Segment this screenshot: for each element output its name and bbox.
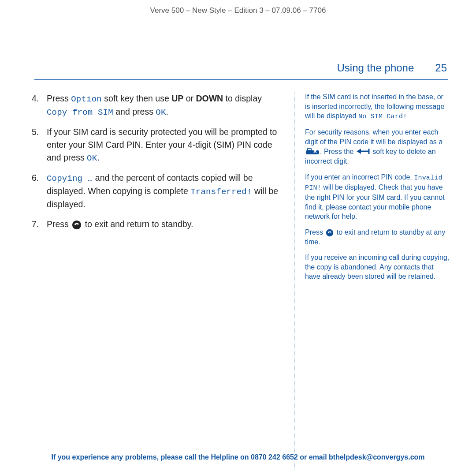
note-exit-standby: Press to exit and return to standby at a… — [305, 228, 450, 247]
key-up: UP — [171, 93, 183, 103]
step-number: 6. — [32, 172, 42, 211]
key-down: DOWN — [196, 93, 223, 103]
step-text: Press Option soft key then use UP or DOW… — [47, 92, 283, 119]
content-area: 4. Press Option soft key then use UP or … — [0, 80, 476, 471]
column-spacer — [305, 288, 450, 471]
code-transferred: Transferred! — [190, 187, 252, 197]
hangup-icon — [326, 229, 334, 237]
code-no-sim: No SIM Card! — [358, 113, 407, 120]
doc-title: Verve 500 – New Style – Edition 3 – 07.0… — [150, 6, 326, 15]
note-pin-mask: For security reasons, when you enter eac… — [305, 127, 450, 166]
code-copy-from-sim: Copy from SIM — [47, 108, 113, 117]
lock-mask-icon — [306, 147, 319, 157]
step-text: Press to exit and return to standby. — [47, 218, 193, 231]
footer-text: If you experience any problems, please c… — [51, 453, 424, 461]
step-number: 7. — [32, 218, 42, 231]
side-column: If the SIM card is not inserted in the b… — [294, 92, 450, 471]
svg-rect-3 — [309, 150, 311, 152]
doc-header: Verve 500 – New Style – Edition 3 – 07.0… — [0, 0, 476, 15]
step-number: 5. — [32, 126, 42, 164]
code-ok: OK — [156, 108, 166, 117]
note-invalid-pin: If you enter an incorrect PIN code, Inva… — [305, 172, 450, 221]
section-title: Using the phone — [337, 62, 414, 74]
section-header: Using the phone 25 — [0, 62, 476, 79]
svg-marker-5 — [357, 149, 361, 154]
step-4: 4. Press Option soft key then use UP or … — [32, 92, 283, 119]
step-6: 6. Copying … and the percent of contacts… — [32, 172, 283, 211]
step-7: 7. Press to exit and return to standby. — [32, 218, 283, 231]
main-column: 4. Press Option soft key then use UP or … — [32, 92, 294, 471]
hangup-icon — [72, 220, 82, 230]
step-text: If your SIM card is security protected y… — [47, 126, 283, 164]
code-copying: Copying … — [47, 174, 93, 183]
svg-point-7 — [326, 229, 334, 237]
backspace-arrow-icon — [357, 147, 370, 157]
page-number: 25 — [435, 62, 447, 74]
code-ok: OK — [87, 153, 97, 163]
svg-point-0 — [72, 221, 81, 229]
page-footer: If you experience any problems, please c… — [0, 453, 476, 461]
note-incoming-call: If you receive an incoming call during c… — [305, 253, 450, 281]
instruction-list: 4. Press Option soft key then use UP or … — [32, 92, 283, 231]
note-no-sim: If the SIM card is not inserted in the b… — [305, 92, 450, 121]
step-5: 5. If your SIM card is security protecte… — [32, 126, 283, 164]
step-number: 4. — [32, 92, 42, 119]
code-option: Option — [71, 94, 102, 104]
step-text: Copying … and the percent of contacts co… — [47, 172, 283, 211]
